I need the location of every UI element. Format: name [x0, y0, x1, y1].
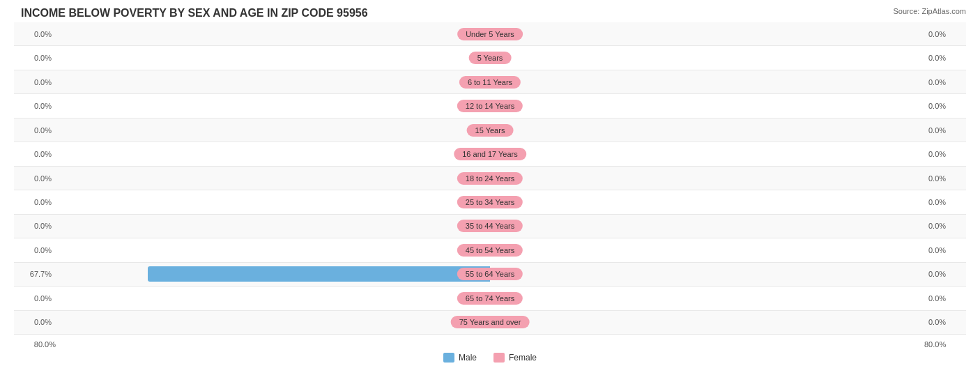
x-axis-center [56, 340, 924, 349]
male-value: 0.0% [14, 222, 56, 230]
bars-wrapper: 15 Years [56, 119, 924, 142]
age-label: 12 to 14 Years [457, 100, 523, 112]
chart-container: INCOME BELOW POVERTY BY SEX AND AGE IN Z… [0, 0, 980, 389]
male-value: 0.0% [14, 198, 56, 206]
chart-row: 0.0%16 and 17 Years0.0% [14, 142, 966, 166]
bar-section: 25 to 34 Years [56, 190, 924, 213]
bar-section: 35 to 44 Years [56, 215, 924, 238]
female-value: 0.0% [924, 294, 966, 303]
bars-wrapper: 16 and 17 Years [56, 142, 924, 165]
male-value: 0.0% [14, 294, 56, 303]
bar-section: 16 and 17 Years [56, 142, 924, 165]
male-value: 0.0% [14, 126, 56, 135]
bars-wrapper: 45 to 54 Years [56, 238, 924, 261]
chart-row: 0.0%35 to 44 Years0.0% [14, 215, 966, 238]
source-label: Source: ZipAtlas.com [893, 7, 966, 15]
male-value: 0.0% [14, 174, 56, 183]
x-axis-left: 80.0% [14, 340, 56, 349]
female-value: 0.0% [924, 318, 966, 326]
bars-wrapper: 5 Years [56, 46, 924, 69]
female-value: 0.0% [924, 30, 966, 38]
age-label: 65 to 74 Years [457, 292, 523, 305]
chart-title: INCOME BELOW POVERTY BY SEX AND AGE IN Z… [14, 7, 966, 20]
bars-wrapper: 12 to 14 Years [56, 94, 924, 117]
age-label: 25 to 34 Years [457, 196, 523, 208]
chart-row: 0.0%15 Years0.0% [14, 119, 966, 142]
male-value: 0.0% [14, 150, 56, 158]
age-label: 75 Years and over [451, 316, 530, 328]
chart-row: 0.0%25 to 34 Years0.0% [14, 190, 966, 214]
male-value: 67.7% [14, 270, 56, 278]
chart-row: 0.0%65 to 74 Years0.0% [14, 287, 966, 310]
bars-wrapper: Under 5 Years [56, 22, 924, 45]
bar-section: 18 to 24 Years [56, 167, 924, 190]
bar-section: 65 to 74 Years [56, 287, 924, 310]
legend-female-item: Female [493, 353, 537, 363]
chart-row: 0.0%75 Years and over0.0% [14, 311, 966, 335]
age-label: 45 to 54 Years [457, 244, 523, 257]
female-value: 0.0% [924, 102, 966, 110]
female-value: 0.0% [924, 174, 966, 183]
bar-section: 55 to 64 Years [56, 263, 924, 286]
male-bar [148, 266, 490, 282]
chart-row: 0.0%18 to 24 Years0.0% [14, 167, 966, 190]
male-value: 0.0% [14, 54, 56, 62]
legend-female-label: Female [509, 353, 537, 363]
chart-row: 0.0%Under 5 Years0.0% [14, 22, 966, 46]
bars-wrapper: 25 to 34 Years [56, 190, 924, 213]
bars-wrapper: 35 to 44 Years [56, 215, 924, 238]
age-label: 16 and 17 Years [454, 148, 526, 160]
bars-wrapper: 55 to 64 Years [56, 263, 924, 286]
chart-area: 0.0%Under 5 Years0.0%0.0%5 Years0.0%0.0%… [14, 22, 966, 335]
legend-female-box [493, 353, 505, 363]
bar-section: 45 to 54 Years [56, 238, 924, 261]
age-label: 55 to 64 Years [457, 268, 523, 280]
bar-section: 6 to 11 Years [56, 70, 924, 93]
legend-male-box [443, 353, 454, 363]
age-label: 18 to 24 Years [457, 172, 523, 185]
female-value: 0.0% [924, 54, 966, 62]
age-label: Under 5 Years [457, 28, 523, 40]
bars-wrapper: 18 to 24 Years [56, 167, 924, 190]
bar-section: 5 Years [56, 46, 924, 69]
female-value: 0.0% [924, 222, 966, 230]
bars-wrapper: 75 Years and over [56, 311, 924, 334]
chart-row: 67.7%55 to 64 Years0.0% [14, 263, 966, 287]
legend: Male Female [14, 353, 966, 363]
male-value: 0.0% [14, 318, 56, 326]
age-label: 15 Years [467, 124, 514, 137]
chart-row: 0.0%45 to 54 Years0.0% [14, 238, 966, 262]
bar-section: Under 5 Years [56, 22, 924, 45]
chart-row: 0.0%12 to 14 Years0.0% [14, 94, 966, 118]
male-value: 0.0% [14, 30, 56, 38]
bar-section: 75 Years and over [56, 311, 924, 334]
female-value: 0.0% [924, 78, 966, 86]
age-label: 5 Years [469, 52, 512, 64]
female-value: 0.0% [924, 150, 966, 158]
male-value: 0.0% [14, 246, 56, 254]
male-value: 0.0% [14, 78, 56, 86]
male-bar-container [148, 266, 490, 282]
x-axis-right: 80.0% [924, 340, 966, 349]
female-value: 0.0% [924, 246, 966, 254]
bar-section: 12 to 14 Years [56, 94, 924, 117]
age-label: 35 to 44 Years [457, 220, 523, 232]
chart-row: 0.0%5 Years0.0% [14, 46, 966, 70]
legend-male-item: Male [443, 353, 477, 363]
x-axis: 80.0% 80.0% [14, 337, 966, 349]
female-value: 0.0% [924, 270, 966, 278]
age-label: 6 to 11 Years [459, 76, 521, 89]
male-value: 0.0% [14, 102, 56, 110]
legend-male-label: Male [459, 353, 477, 363]
bars-wrapper: 6 to 11 Years [56, 70, 924, 93]
female-value: 0.0% [924, 126, 966, 135]
chart-row: 0.0%6 to 11 Years0.0% [14, 70, 966, 94]
bars-wrapper: 65 to 74 Years [56, 287, 924, 310]
female-value: 0.0% [924, 198, 966, 206]
bar-section: 15 Years [56, 119, 924, 142]
